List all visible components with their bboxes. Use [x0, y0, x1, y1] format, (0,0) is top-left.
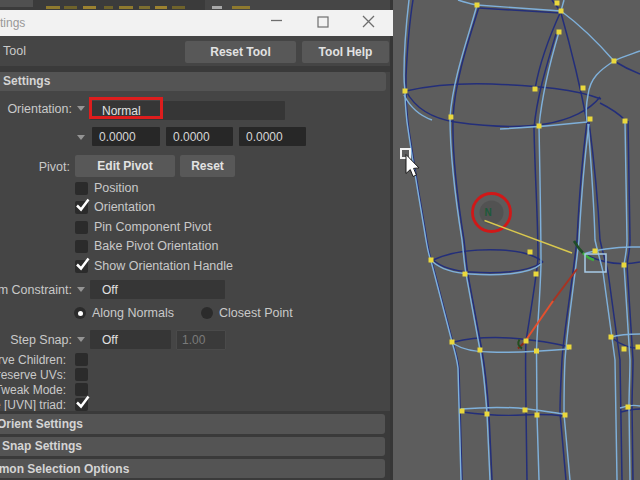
svg-text:N: N	[485, 207, 492, 218]
